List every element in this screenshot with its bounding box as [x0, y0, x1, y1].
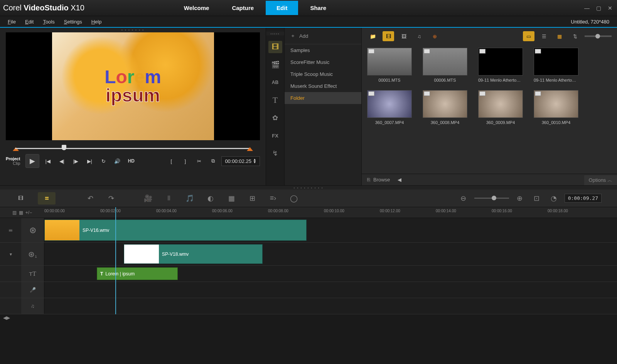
library-item[interactable]: 360_0007.MP4 — [367, 90, 412, 125]
filter-video-icon[interactable]: 🎞 — [383, 31, 394, 41]
menu-settings[interactable]: Settings — [64, 19, 82, 25]
mark-out-button[interactable]: ] — [180, 156, 190, 166]
view-list-icon[interactable]: ☰ — [538, 31, 550, 41]
library-item[interactable]: 00001.MTS — [367, 48, 412, 82]
play-button[interactable]: ▶ — [25, 154, 39, 168]
menu-edit[interactable]: Edit — [25, 19, 34, 25]
hd-toggle-button[interactable]: HD — [126, 156, 137, 166]
scrubber-handle[interactable] — [62, 145, 66, 150]
overlay-clip[interactable]: ✹ SP-V18.wmv — [124, 244, 263, 264]
scroll-left-icon[interactable]: ◀ — [398, 177, 401, 183]
title-track-body[interactable]: T Lorem | ipsum — [44, 266, 617, 282]
redo-button[interactable]: ↷ — [105, 192, 117, 205]
batch-icon[interactable]: ▦ — [19, 210, 23, 215]
maximize-button[interactable]: ▢ — [595, 4, 602, 12]
view-thumb-icon[interactable]: ▭ — [523, 31, 534, 41]
next-frame-button[interactable]: |▶ — [70, 156, 81, 166]
library-item[interactable]: 360_0008.MP4 — [423, 90, 467, 125]
preview-mode-labels[interactable]: Project Clip — [6, 156, 20, 166]
time-remap-button[interactable]: ≡› — [267, 192, 279, 205]
graphic-icon[interactable]: ✿ — [268, 112, 282, 124]
library-item[interactable]: 09-11 Menlo Atherton - ... — [478, 48, 523, 82]
zoom-slider[interactable] — [474, 198, 509, 199]
record-button[interactable]: 🎥 — [142, 192, 154, 205]
voice-track-body[interactable] — [44, 282, 617, 298]
zoom-out-button[interactable]: ⊖ — [457, 192, 470, 205]
filter-audio-icon[interactable]: ♫ — [413, 31, 425, 41]
menu-file[interactable]: File — [8, 19, 16, 25]
filter-photo-icon[interactable]: 🖼 — [398, 31, 410, 41]
mark-in-button[interactable]: [ — [166, 156, 177, 166]
panel-grip[interactable]: • • • • • • • • • — [0, 186, 617, 190]
undo-button[interactable]: ↶ — [84, 192, 96, 205]
show-all-icon[interactable]: ▥ — [12, 210, 17, 215]
fit-project-button[interactable]: ⊡ — [531, 192, 543, 205]
panel-grip[interactable]: ••••• — [266, 32, 284, 35]
sound-mixer-button[interactable]: ⫴ — [163, 192, 175, 205]
sort-icon[interactable]: ⇅ — [569, 31, 581, 41]
multi-cam-button[interactable]: ⊞ — [246, 192, 258, 205]
video-track-head[interactable]: ⊛ — [21, 218, 44, 242]
tab-capture[interactable]: Capture — [221, 1, 265, 15]
mode-project-label[interactable]: Project — [6, 156, 20, 161]
thumb-size-slider[interactable] — [585, 35, 612, 37]
mark-out-icon[interactable] — [247, 147, 253, 151]
tab-share[interactable]: Share — [299, 1, 337, 15]
import-folder-icon[interactable]: 📁 — [367, 31, 379, 41]
playhead-handle[interactable] — [115, 207, 116, 218]
timeline-ruler[interactable]: ▥ ▦ +/− 00:00:00.00 00:00:02.00 00:00:04… — [0, 207, 617, 218]
auto-music-button[interactable]: 🎵 — [184, 192, 196, 205]
instant-project-icon[interactable]: 🎬 — [268, 59, 282, 71]
minimize-button[interactable]: — — [583, 4, 591, 12]
track-motion-button[interactable]: ▦ — [225, 192, 238, 205]
mode-clip-label[interactable]: Clip — [13, 161, 20, 166]
expand-icon[interactable]: ▾ — [10, 252, 12, 257]
menu-help[interactable]: Help — [91, 19, 102, 25]
folder-scorefitter[interactable]: ScoreFitter Music — [285, 56, 361, 68]
title-icon[interactable]: T — [268, 94, 282, 106]
panel-grip[interactable]: • • • • • • • — [0, 28, 266, 32]
menu-tools[interactable]: Tools — [43, 19, 54, 25]
timeline-timecode[interactable]: 0:00:09.27 — [565, 194, 602, 203]
transitions-icon[interactable]: AB — [268, 76, 282, 89]
playhead-line[interactable] — [115, 218, 116, 314]
go-end-button[interactable]: ▶| — [84, 156, 95, 166]
overlay-track-body[interactable]: ✹ SP-V18.wmv — [44, 243, 617, 265]
folder-samples[interactable]: Samples — [285, 44, 361, 56]
multi-trim-button[interactable]: ◐ — [204, 192, 217, 205]
music-track-head[interactable]: ♫ — [21, 298, 44, 314]
split-clip-button[interactable]: ✂ — [194, 156, 204, 166]
preview-viewport[interactable]: Lorem ipsum — [6, 32, 260, 140]
video-track-body[interactable]: SP-V16.wmv — [44, 218, 617, 242]
library-item[interactable]: 00006.MTS — [423, 48, 467, 82]
repeat-button[interactable]: ↻ — [98, 156, 109, 166]
library-item[interactable]: 09-11 Menlo Atherton.m... — [534, 48, 578, 82]
options-button[interactable]: Options ︿ — [584, 175, 617, 185]
enlarge-button[interactable]: ⧉ — [207, 156, 218, 166]
title-clip[interactable]: T Lorem | ipsum — [97, 267, 178, 280]
tab-edit[interactable]: Edit — [266, 1, 298, 15]
tab-welcome[interactable]: Welcome — [173, 1, 220, 15]
volume-button[interactable]: 🔊 — [112, 156, 123, 166]
zoom-in-button[interactable]: ⊕ — [514, 192, 526, 205]
go-start-button[interactable]: |◀ — [42, 156, 53, 166]
storyboard-view-button[interactable]: 🎞 — [12, 192, 29, 205]
folder-muserk[interactable]: Muserk Sound Effect — [285, 80, 361, 92]
overlay-track-head[interactable]: ⊛1 — [21, 243, 44, 265]
media-library-icon[interactable]: 🎞 — [268, 41, 282, 53]
folder-folder[interactable]: Folder — [285, 92, 361, 104]
track-lock-area[interactable]: ▾ — [0, 243, 21, 265]
music-track-body[interactable] — [44, 298, 617, 314]
title-track-head[interactable]: ᴛT — [21, 266, 44, 282]
add-track-icon[interactable]: +/− — [25, 210, 32, 215]
preview-scrubber[interactable] — [6, 143, 260, 151]
library-item[interactable]: 360_0010.MP4 — [534, 90, 578, 125]
timecode-stepper-icon[interactable]: ▲▼ — [253, 158, 256, 164]
scrubber-track[interactable] — [15, 148, 251, 149]
pan-zoom-button[interactable]: ◯ — [288, 192, 300, 205]
preview-timecode[interactable]: 00:00:02.25 ▲▼ — [221, 156, 260, 166]
close-button[interactable]: ✕ — [606, 4, 614, 12]
library-item[interactable]: 360_0009.MP4 — [478, 90, 523, 125]
view-grid-icon[interactable]: ▦ — [554, 31, 565, 41]
browse-button[interactable]: ⎘ Browse — [367, 177, 390, 183]
